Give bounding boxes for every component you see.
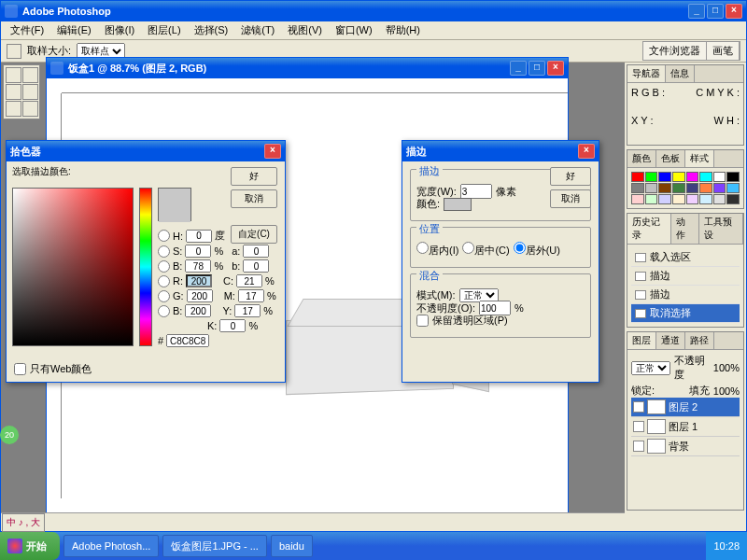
input-m[interactable] [238, 289, 264, 302]
close-button[interactable]: × [726, 4, 742, 19]
input-hex[interactable] [166, 334, 209, 347]
swatch[interactable] [631, 183, 644, 193]
input-s[interactable] [185, 245, 211, 258]
preserve-transparency-checkbox[interactable]: 保留透明区域(P) [416, 314, 585, 328]
tab-layers[interactable]: 图层 [627, 332, 656, 349]
minimize-button[interactable]: _ [688, 4, 705, 19]
doc-titlebar[interactable]: 饭盒1 @ 88.7% (图层 2, RGB) _ □ × [47, 58, 568, 78]
tab-channels[interactable]: 通道 [656, 332, 685, 349]
start-button[interactable]: 开始 [0, 532, 60, 560]
menu-image[interactable]: 图像(I) [99, 21, 140, 39]
swatch[interactable] [726, 183, 740, 193]
picker-titlebar[interactable]: 拾色器 × [7, 141, 285, 161]
swatch[interactable] [686, 172, 699, 182]
picker-custom-button[interactable]: 自定(C) [231, 225, 277, 244]
swatch[interactable] [726, 172, 740, 182]
menu-filter[interactable]: 滤镜(T) [235, 21, 280, 39]
radio-b[interactable] [158, 260, 170, 273]
swatch[interactable] [658, 194, 671, 204]
system-tray[interactable]: 10:28 [706, 532, 747, 560]
tab-toolpresets[interactable]: 工具预设 [699, 214, 743, 244]
input-lab-b[interactable] [243, 259, 269, 273]
swatch[interactable] [645, 183, 658, 193]
stroke-ok-button[interactable]: 好 [550, 167, 591, 186]
tab-actions[interactable]: 动作 [671, 214, 698, 244]
stroke-color-swatch[interactable] [444, 198, 472, 211]
swatch[interactable] [699, 183, 712, 193]
picker-close[interactable]: × [264, 144, 281, 159]
ime-bar[interactable]: 中 ♪ , 大 [2, 513, 45, 532]
task-baidu[interactable]: baidu [271, 535, 313, 557]
eyedropper-icon[interactable] [7, 44, 21, 59]
swatch[interactable] [658, 172, 671, 182]
swatch[interactable] [672, 172, 685, 182]
swatch[interactable] [713, 172, 726, 182]
swatch[interactable] [713, 194, 726, 204]
input-g[interactable] [187, 289, 213, 302]
tab-history[interactable]: 历史记录 [627, 214, 671, 244]
menu-view[interactable]: 视图(V) [282, 21, 328, 39]
app-titlebar[interactable]: Adobe Photoshop _ □ × [1, 1, 746, 21]
swatch[interactable] [631, 194, 644, 204]
swatch[interactable] [631, 172, 644, 182]
menu-edit[interactable]: 编辑(E) [51, 21, 97, 39]
tab-paths[interactable]: 路径 [685, 332, 714, 349]
swatch[interactable] [699, 172, 712, 182]
input-a[interactable] [243, 245, 269, 258]
input-c[interactable] [236, 274, 262, 287]
history-item[interactable]: 取消选择 [631, 304, 740, 323]
visibility-icon[interactable] [633, 401, 644, 413]
tab-info[interactable]: 信息 [666, 65, 695, 82]
tab-navigator[interactable]: 导航器 [627, 65, 666, 82]
tool-move[interactable] [6, 67, 21, 83]
radio-g[interactable] [158, 290, 170, 302]
doc-maximize[interactable]: □ [529, 61, 545, 76]
input-y[interactable] [234, 304, 261, 317]
maximize-button[interactable]: □ [707, 4, 724, 19]
menu-file[interactable]: 文件(F) [5, 21, 49, 39]
radio-r[interactable] [158, 275, 170, 287]
doc-close[interactable]: × [547, 61, 564, 76]
layer-row[interactable]: 图层 1 [631, 417, 740, 437]
hue-slider[interactable] [139, 188, 152, 346]
blend-mode-select[interactable]: 正常 [631, 361, 670, 375]
swatch[interactable] [658, 183, 671, 193]
picker-ok-button[interactable]: 好 [231, 167, 277, 186]
swatch[interactable] [645, 194, 658, 204]
tab-styles[interactable]: 样式 [685, 150, 714, 167]
tab-filebrowser[interactable]: 文件浏览器 [643, 42, 707, 60]
swatch[interactable] [713, 183, 726, 193]
history-item[interactable]: 载入选区 [631, 248, 740, 267]
radio-center[interactable]: 居中(C) [462, 242, 509, 258]
stroke-close[interactable]: × [578, 144, 595, 159]
tool-slice[interactable] [22, 101, 38, 117]
radio-outside[interactable]: 居外(U) [514, 242, 560, 258]
visibility-icon[interactable] [633, 421, 644, 432]
tab-brushes[interactable]: 画笔 [707, 42, 740, 60]
swatch[interactable] [672, 194, 685, 204]
color-spectrum[interactable] [12, 188, 134, 346]
stroke-cancel-button[interactable]: 取消 [550, 189, 591, 208]
swatch[interactable] [686, 194, 699, 204]
input-r[interactable] [186, 274, 212, 287]
history-item[interactable]: 描边 [631, 286, 740, 304]
menu-layer[interactable]: 图层(L) [142, 21, 186, 39]
tab-color[interactable]: 颜色 [627, 150, 656, 167]
input-k[interactable] [219, 319, 246, 332]
layer-row[interactable]: 背景 [631, 437, 740, 456]
swatch[interactable] [726, 194, 740, 204]
task-photoshop[interactable]: Adobe Photosh... [63, 535, 159, 557]
doc-minimize[interactable]: _ [510, 61, 527, 76]
radio-s[interactable] [158, 245, 170, 258]
swatch[interactable] [686, 183, 699, 193]
tool-lasso[interactable] [6, 84, 21, 100]
swatch[interactable] [699, 194, 712, 204]
radio-h[interactable] [158, 230, 170, 242]
tool-wand[interactable] [22, 84, 38, 100]
tool-marquee[interactable] [22, 67, 38, 83]
web-colors-checkbox[interactable]: 只有Web颜色 [14, 362, 92, 376]
swatch[interactable] [645, 172, 658, 182]
layer-row[interactable]: 图层 2 [631, 398, 740, 417]
stroke-titlebar[interactable]: 描边 × [402, 141, 599, 161]
menu-window[interactable]: 窗口(W) [330, 21, 378, 39]
